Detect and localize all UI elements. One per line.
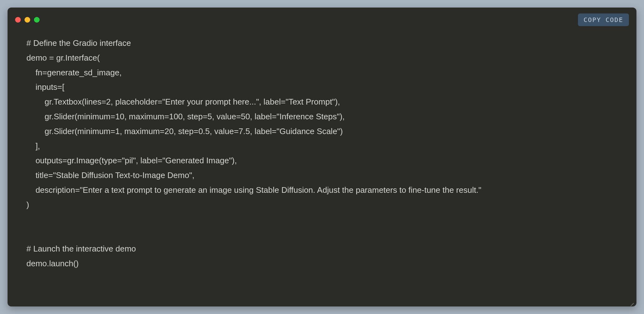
code-line: fn=generate_sd_image, <box>26 68 122 77</box>
code-line: gr.Slider(minimum=1, maximum=20, step=0.… <box>26 127 343 136</box>
code-line: ) <box>26 200 29 209</box>
code-line: demo = gr.Interface( <box>26 53 100 62</box>
code-line: demo.launch() <box>26 259 79 268</box>
code-line: gr.Slider(minimum=10, maximum=100, step=… <box>26 112 345 121</box>
close-icon[interactable] <box>15 17 21 23</box>
window-header: COPY CODE <box>8 8 636 26</box>
code-line: outputs=gr.Image(type="pil", label="Gene… <box>26 156 237 165</box>
code-line: title="Stable Diffusion Text-to-Image De… <box>26 171 194 180</box>
code-line: # Define the Gradio interface <box>26 38 131 48</box>
code-line: description="Enter a text prompt to gene… <box>26 185 481 195</box>
code-content[interactable]: # Define the Gradio interface demo = gr.… <box>8 26 636 280</box>
code-line: # Launch the interactive demo <box>26 244 136 253</box>
copy-code-button[interactable]: COPY CODE <box>578 14 629 26</box>
maximize-icon[interactable] <box>34 17 40 23</box>
traffic-lights <box>15 17 40 23</box>
code-window: COPY CODE # Define the Gradio interface … <box>8 8 636 306</box>
minimize-icon[interactable] <box>25 17 30 23</box>
code-line: ], <box>26 141 40 151</box>
code-line: gr.Textbox(lines=2, placeholder="Enter y… <box>26 97 340 106</box>
resize-handle-icon[interactable] <box>629 299 634 304</box>
code-line: inputs=[ <box>26 82 64 92</box>
